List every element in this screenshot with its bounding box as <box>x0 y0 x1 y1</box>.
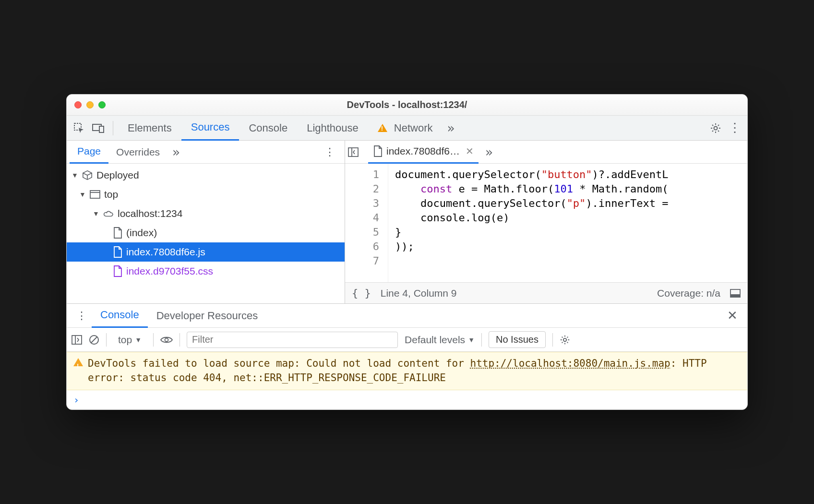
tab-label: Console <box>249 122 287 134</box>
devtools-window: DevTools - localhost:1234/ Elements Sour… <box>66 94 748 410</box>
tree-index[interactable]: (index) <box>67 223 345 242</box>
tree-label: index.d9703f55.css <box>126 265 213 277</box>
tab-sources[interactable]: Sources <box>181 116 239 141</box>
console-sidebar-toggle[interactable] <box>72 335 82 345</box>
svg-point-3 <box>714 126 718 130</box>
tab-elements[interactable]: Elements <box>118 116 181 141</box>
inspect-element-button[interactable] <box>70 119 89 138</box>
settings-button[interactable] <box>706 119 725 138</box>
customize-button[interactable]: ⋮ <box>725 119 744 138</box>
svg-rect-2 <box>99 126 104 132</box>
tree-top[interactable]: ▼ top <box>67 185 345 204</box>
subtab-label: Overrides <box>116 146 160 158</box>
console-filter-input[interactable] <box>187 332 398 348</box>
tab-network[interactable]: Network <box>368 116 443 141</box>
gear-icon <box>560 335 570 345</box>
drawer-tab-label: Console <box>100 309 139 321</box>
subtab-overrides[interactable]: Overrides <box>108 141 168 164</box>
panel-left-icon <box>72 335 82 345</box>
more-tabs-button[interactable]: » <box>443 121 460 135</box>
console-warning-message[interactable]: DevTools failed to load source map: Coul… <box>67 352 747 390</box>
panel-bottom-icon <box>730 289 741 298</box>
tab-lighthouse[interactable]: Lighthouse <box>297 116 368 141</box>
tree-css-file[interactable]: index.d9703f55.css <box>67 262 345 281</box>
tab-console[interactable]: Console <box>239 116 297 141</box>
drawer-tabstrip: ⋮ Console Developer Resources ✕ <box>67 304 747 328</box>
close-tab-button[interactable]: ✕ <box>466 145 474 157</box>
tree-label: Deployed <box>96 169 139 181</box>
more-subtabs-button[interactable]: » <box>168 145 185 159</box>
toggle-navigator-button[interactable] <box>348 147 359 157</box>
titlebar: DevTools - localhost:1234/ <box>67 95 747 116</box>
editor-tabstrip: index.7808df6… ✕ » <box>345 141 747 164</box>
navigator-subtabs: Page Overrides » ⋮ <box>67 141 345 164</box>
console-prompt[interactable]: › <box>67 390 747 409</box>
drawer-tab-console[interactable]: Console <box>92 304 148 328</box>
svg-line-13 <box>91 337 97 343</box>
device-toolbar-button[interactable] <box>89 119 108 138</box>
warning-icon <box>378 124 387 132</box>
chevron-down-icon: ▼ <box>72 171 78 179</box>
tab-label: Sources <box>191 121 230 133</box>
cursor-position: Line 4, Column 9 <box>381 288 457 299</box>
window-icon <box>90 190 100 199</box>
panel-toggle-icon <box>348 147 359 157</box>
divider <box>113 121 113 135</box>
log-levels-selector[interactable]: Default levels ▼ <box>405 334 475 346</box>
live-expression-button[interactable] <box>160 336 173 344</box>
drawer-tab-devres[interactable]: Developer Resources <box>148 304 267 328</box>
chevron-down-icon: ▼ <box>135 336 142 344</box>
sources-body: Page Overrides » ⋮ ▼ Deployed ▼ top ▼ <box>67 141 747 304</box>
source-map-link[interactable]: http://localhost:8080/main.js.map <box>470 358 670 369</box>
tree-label: localhost:1234 <box>118 208 182 219</box>
warn-text: DevTools failed to load source map: Coul… <box>88 358 470 369</box>
package-icon <box>82 170 93 180</box>
show-details-button[interactable] <box>730 289 741 298</box>
file-tree: ▼ Deployed ▼ top ▼ localhost:1234 (index… <box>67 164 345 303</box>
context-label: top <box>118 334 132 346</box>
navigator-panel: Page Overrides » ⋮ ▼ Deployed ▼ top ▼ <box>67 141 345 303</box>
zoom-window-button[interactable] <box>98 101 106 108</box>
tree-label: (index) <box>126 227 157 239</box>
levels-label: Default levels <box>405 334 465 346</box>
divider <box>106 333 107 347</box>
context-selector[interactable]: top ▼ <box>113 332 146 348</box>
tab-label: Elements <box>128 122 172 134</box>
device-icon <box>92 123 105 133</box>
file-tab[interactable]: index.7808df6… ✕ <box>368 141 479 164</box>
tree-label: top <box>104 189 118 200</box>
more-file-tabs-button[interactable]: » <box>480 145 498 159</box>
inspect-icon <box>73 122 85 134</box>
chevron-down-icon: ▼ <box>468 336 475 344</box>
eye-icon <box>160 336 173 344</box>
drawer-tab-label: Developer Resources <box>156 310 258 322</box>
divider <box>552 333 553 347</box>
console-settings-button[interactable] <box>560 335 570 345</box>
tree-js-file[interactable]: index.7808df6e.js <box>67 242 345 262</box>
tree-deployed[interactable]: ▼ Deployed <box>67 166 345 185</box>
chevron-down-icon: ▼ <box>93 210 99 217</box>
code-editor[interactable]: 1234567 document.querySelector("button")… <box>345 164 747 282</box>
traffic-lights <box>74 101 106 108</box>
svg-rect-4 <box>90 191 100 198</box>
close-drawer-button[interactable]: ✕ <box>722 308 742 323</box>
cloud-icon <box>103 210 114 217</box>
editor-statusbar: { } Line 4, Column 9 Coverage: n/a <box>345 282 747 303</box>
file-icon <box>113 227 122 239</box>
line-gutter: 1234567 <box>345 164 388 282</box>
subtab-page[interactable]: Page <box>70 141 108 164</box>
minimize-window-button[interactable] <box>86 101 94 108</box>
editor-panel: index.7808df6… ✕ » 1234567 document.quer… <box>345 141 747 303</box>
subtab-label: Page <box>77 145 101 157</box>
clear-icon <box>89 335 99 345</box>
tree-host[interactable]: ▼ localhost:1234 <box>67 204 345 223</box>
close-window-button[interactable] <box>74 101 82 108</box>
navigator-options-button[interactable]: ⋮ <box>318 146 342 158</box>
console-messages: DevTools failed to load source map: Coul… <box>67 352 747 409</box>
divider <box>153 333 154 347</box>
drawer-options-button[interactable]: ⋮ <box>72 310 92 322</box>
pretty-print-button[interactable]: { } <box>352 287 371 299</box>
file-icon <box>113 265 122 277</box>
issues-button[interactable]: No Issues <box>489 331 546 348</box>
clear-console-button[interactable] <box>89 335 99 345</box>
